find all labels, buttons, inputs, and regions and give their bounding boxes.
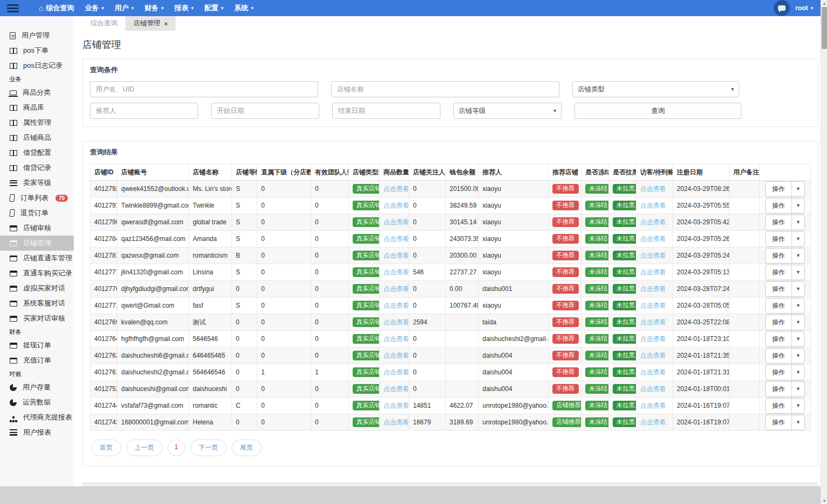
blacklist-badge[interactable]: 未拉黑 — [613, 401, 636, 410]
pagination-current-page[interactable]: 1 — [167, 439, 185, 456]
action-button[interactable]: 操作▼ — [765, 265, 805, 280]
frozen-badge[interactable]: 未冻结 — [585, 251, 609, 260]
goods-view-link[interactable]: 点击查看 — [383, 302, 409, 309]
action-button-label[interactable]: 操作 — [766, 182, 792, 196]
recommend-badge[interactable]: 不推荐 — [552, 201, 579, 210]
chevron-down-icon[interactable]: ▼ — [792, 198, 804, 213]
username-uid-input[interactable] — [90, 81, 318, 97]
sidebar-item[interactable]: 直通车购买记录 — [0, 266, 74, 281]
sidebar-item[interactable]: 订单列表70 — [0, 190, 74, 205]
goods-view-link[interactable]: 点击查看 — [383, 418, 409, 426]
recommend-badge[interactable]: 不推荐 — [552, 317, 579, 327]
sidebar-item[interactable]: 店铺审核 — [0, 221, 74, 236]
pagination-button[interactable]: 尾页 — [232, 439, 262, 456]
action-button[interactable]: 操作▼ — [765, 398, 805, 414]
action-button-label[interactable]: 操作 — [766, 215, 792, 230]
chevron-down-icon[interactable]: ▼ — [792, 182, 804, 196]
recommend-badge[interactable]: 不推荐 — [552, 234, 579, 244]
visitors-view-link[interactable]: 点击查看 — [640, 218, 666, 226]
action-button[interactable]: 操作▼ — [765, 348, 805, 364]
chevron-down-icon[interactable]: ▼ — [792, 215, 804, 230]
goods-view-link[interactable]: 点击查看 — [383, 368, 409, 376]
blacklist-badge[interactable]: 未拉黑 — [613, 217, 636, 227]
goods-view-link[interactable]: 点击查看 — [383, 185, 409, 193]
sidebar-item[interactable]: 借贷记录 — [0, 160, 74, 175]
frozen-badge[interactable]: 未冻结 — [585, 284, 609, 294]
nav-item[interactable]: 报表▾ — [169, 0, 199, 16]
action-button[interactable]: 操作▼ — [765, 298, 805, 314]
visitors-view-link[interactable]: 点击查看 — [640, 368, 666, 376]
sidebar-item[interactable]: pos日志记录 — [0, 58, 74, 73]
frozen-badge[interactable]: 未冻结 — [585, 401, 609, 410]
blacklist-badge[interactable]: 未拉黑 — [613, 351, 636, 360]
frozen-badge[interactable]: 未冻结 — [585, 301, 609, 310]
search-button[interactable]: 查询 — [574, 103, 741, 119]
blacklist-badge[interactable]: 未拉黑 — [613, 201, 636, 210]
user-menu[interactable]: root ▾ — [795, 4, 813, 12]
recommend-badge[interactable]: 不推荐 — [552, 367, 579, 377]
action-button[interactable]: 操作▼ — [765, 315, 805, 330]
chevron-down-icon[interactable]: ▼ — [792, 382, 804, 396]
chevron-down-icon[interactable]: ▼ — [792, 249, 804, 263]
scrollbar-thumb[interactable] — [822, 7, 827, 49]
nav-item[interactable]: 财务▾ — [139, 0, 170, 16]
nav-item[interactable]: 用户▾ — [109, 0, 139, 16]
action-button-label[interactable]: 操作 — [766, 349, 792, 363]
action-button-label[interactable]: 操作 — [766, 232, 792, 246]
sidebar-item[interactable]: 提现订单 — [0, 338, 74, 353]
action-button[interactable]: 操作▼ — [765, 415, 805, 430]
goods-view-link[interactable]: 点击查看 — [383, 268, 409, 276]
action-button-label[interactable]: 操作 — [766, 382, 792, 396]
goods-view-link[interactable]: 点击查看 — [383, 218, 409, 226]
action-button-label[interactable]: 操作 — [766, 332, 792, 346]
action-button[interactable]: 操作▼ — [765, 248, 805, 264]
action-button-label[interactable]: 操作 — [766, 299, 792, 313]
action-button[interactable]: 操作▼ — [765, 331, 805, 347]
action-button-label[interactable]: 操作 — [766, 415, 792, 430]
visitors-view-link[interactable]: 点击查看 — [640, 235, 666, 243]
action-button-label[interactable]: 操作 — [766, 265, 792, 280]
sidebar-item[interactable]: 属性管理 — [0, 115, 74, 130]
sidebar-item[interactable]: 用户管理 — [0, 28, 74, 43]
sidebar-item[interactable]: pos下单 — [0, 43, 74, 58]
frozen-badge[interactable]: 未冻结 — [585, 384, 609, 394]
sidebar-item[interactable]: 用户存量 — [0, 380, 74, 395]
nav-item[interactable]: 业务▾ — [79, 0, 109, 16]
frozen-badge[interactable]: 未冻结 — [585, 334, 609, 344]
sidebar-item[interactable]: 退货订单 — [0, 205, 74, 221]
frozen-badge[interactable]: 未冻结 — [585, 367, 609, 377]
sidebar-item[interactable]: 充值订单 — [0, 353, 74, 368]
chevron-down-icon[interactable]: ▼ — [792, 232, 804, 246]
sidebar-item[interactable]: 店铺管理 — [0, 236, 74, 251]
recommend-badge[interactable]: 不推荐 — [552, 184, 579, 194]
recommend-badge[interactable]: 不推荐 — [552, 301, 579, 310]
action-button[interactable]: 操作▼ — [765, 365, 805, 380]
frozen-badge[interactable]: 未冻结 — [585, 217, 609, 227]
pagination-button[interactable]: 上一页 — [126, 439, 163, 456]
sidebar-toggle-button[interactable] — [0, 0, 26, 16]
visitors-view-link[interactable]: 点击查看 — [640, 402, 666, 409]
action-button-label[interactable]: 操作 — [766, 249, 792, 263]
blacklist-badge[interactable]: 未拉黑 — [613, 384, 636, 394]
visitors-view-link[interactable]: 点击查看 — [640, 418, 666, 426]
recommend-badge[interactable]: 不推荐 — [552, 384, 579, 394]
recommend-badge[interactable]: 不推荐 — [552, 334, 579, 344]
sidebar-item[interactable]: 买家对话审核 — [0, 311, 74, 326]
chevron-down-icon[interactable]: ▼ — [792, 265, 804, 280]
end-date-input[interactable] — [332, 103, 440, 119]
visitors-view-link[interactable]: 点击查看 — [640, 252, 666, 259]
goods-view-link[interactable]: 点击查看 — [383, 385, 409, 393]
visitors-view-link[interactable]: 点击查看 — [640, 268, 666, 276]
nav-item[interactable]: 系统▾ — [229, 0, 259, 16]
scroll-up-icon[interactable]: ▲ — [821, 0, 827, 6]
chevron-down-icon[interactable]: ▼ — [792, 299, 804, 313]
action-button[interactable]: 操作▼ — [765, 231, 805, 247]
sidebar-item[interactable]: 店铺商品 — [0, 130, 74, 145]
pagination-button[interactable]: 首页 — [91, 439, 121, 456]
recommend-badge[interactable]: 店铺推荐 — [552, 401, 581, 410]
goods-view-link[interactable]: 点击查看 — [383, 285, 409, 293]
blacklist-badge[interactable]: 未拉黑 — [613, 417, 636, 427]
blacklist-badge[interactable]: 未拉黑 — [613, 284, 636, 294]
blacklist-badge[interactable]: 未拉黑 — [613, 317, 636, 327]
goods-view-link[interactable]: 点击查看 — [383, 252, 409, 259]
